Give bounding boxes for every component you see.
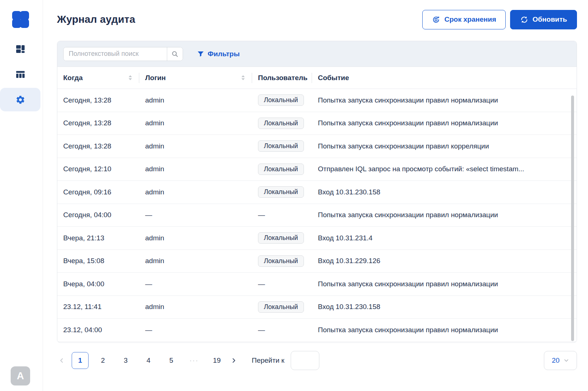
page-size-value: 20 (552, 356, 559, 365)
cell-event: Вход 10.31.230.158 (312, 188, 577, 196)
previous-page-button[interactable] (57, 352, 67, 369)
cell-login: — (139, 280, 252, 288)
cell-event: Вход 10.31.229.126 (312, 257, 577, 265)
user-type-badge: Локальный (258, 186, 304, 198)
audit-table-card: Фильтры Когда Логин (57, 41, 577, 343)
sidebar-nav (0, 37, 43, 111)
table-row[interactable]: 23.12, 11:41 admin Локальный Вход 10.31.… (57, 296, 577, 319)
sidebar: A (0, 0, 43, 391)
search-icon (171, 50, 179, 58)
table-row[interactable]: Сегодня, 12:10 admin Локальный Отправлен… (57, 158, 577, 181)
goto-page-label: Перейти к (252, 356, 284, 365)
vertical-scrollbar[interactable] (571, 96, 574, 341)
cell-when: Сегодня, 04:00 (57, 211, 139, 219)
column-header-login[interactable]: Логин (139, 67, 252, 89)
search-button[interactable] (167, 47, 183, 61)
cell-user: Локальный (252, 118, 312, 129)
cell-login: admin (139, 188, 252, 196)
page-size-select[interactable]: 20 (544, 351, 577, 370)
sort-icon[interactable] (240, 74, 246, 81)
column-label: Пользователь (258, 74, 308, 82)
page-buttons: 12345···19 (72, 352, 225, 369)
cell-when: Вчера, 04:00 (57, 280, 139, 288)
cell-login: admin (139, 303, 252, 311)
topbar: Журнал аудита Срок хранения (57, 10, 577, 29)
page-button-1[interactable]: 1 (72, 352, 89, 369)
cell-login: admin (139, 234, 252, 242)
search-group (63, 47, 183, 61)
page-button-3[interactable]: 3 (117, 352, 134, 369)
user-type-badge: Локальный (258, 255, 304, 267)
cell-user: Локальный (252, 140, 312, 152)
gear-icon (15, 95, 25, 105)
page-button-4[interactable]: 4 (140, 352, 157, 369)
next-page-button[interactable] (229, 352, 239, 369)
main-content: Журнал аудита Срок хранения (43, 0, 588, 391)
app-logo[interactable] (12, 11, 29, 28)
cell-user: Локальный (252, 232, 312, 244)
cell-login: admin (139, 96, 252, 104)
filter-icon (197, 50, 204, 58)
column-header-event: Событие (312, 67, 577, 89)
page-button-19[interactable]: 19 (208, 352, 225, 369)
table-row[interactable]: Вчера, 15:08 admin Локальный Вход 10.31.… (57, 250, 577, 273)
refresh-button[interactable]: Обновить (510, 10, 577, 29)
retention-icon (432, 15, 440, 24)
cell-event: Попытка запуска синхронизации правил нор… (312, 119, 577, 127)
cell-event: Вход 10.31.230.158 (312, 303, 577, 311)
cell-when: Сегодня, 13:28 (57, 142, 139, 150)
cell-when: Вчера, 21:13 (57, 234, 139, 242)
sidebar-item-tables[interactable] (0, 62, 40, 86)
dashboard-icon (16, 44, 25, 54)
retention-button[interactable]: Срок хранения (422, 10, 506, 29)
cell-when: Сегодня, 13:28 (57, 119, 139, 127)
cell-user: Локальный (252, 94, 312, 106)
table-row[interactable]: Сегодня, 13:28 admin Локальный Попытка з… (57, 89, 577, 112)
column-label: Событие (318, 74, 349, 82)
cell-user: Локальный (252, 186, 312, 198)
page-title: Журнал аудита (57, 14, 135, 25)
avatar[interactable]: A (11, 366, 30, 385)
audit-log-page: A Журнал аудита Срок хранения (0, 0, 588, 391)
sort-icon[interactable] (127, 74, 133, 81)
chevron-down-icon (563, 358, 569, 363)
refresh-button-label: Обновить (533, 15, 567, 24)
header-actions: Срок хранения Обновить (422, 10, 577, 29)
cell-login: admin (139, 257, 252, 265)
cell-when: Вчера, 15:08 (57, 257, 139, 265)
table-toolbar: Фильтры (57, 41, 577, 67)
user-type-badge: Локальный (258, 94, 304, 106)
table-row[interactable]: 23.12, 04:00 — — Попытка запуска синхрон… (57, 319, 577, 342)
table-row[interactable]: Сегодня, 09:16 admin Локальный Вход 10.3… (57, 181, 577, 204)
user-type-badge: Локальный (258, 140, 304, 152)
cell-when: 23.12, 11:41 (57, 303, 139, 311)
cell-event: Попытка запуска синхронизации правил нор… (312, 280, 577, 288)
cell-event: Вход 10.31.231.4 (312, 234, 577, 242)
cell-user: Локальный (252, 255, 312, 267)
page-button-2[interactable]: 2 (94, 352, 111, 369)
refresh-icon (520, 15, 528, 24)
cell-event: Попытка запуска синхронизации правил кор… (312, 142, 577, 150)
table-header: Когда Логин Пользователь (57, 67, 577, 89)
pagination: 12345···19 Перейти к 20 (57, 351, 577, 370)
cell-when: 23.12, 04:00 (57, 326, 139, 334)
filters-button[interactable]: Фильтры (197, 50, 240, 58)
table-row[interactable]: Сегодня, 13:28 admin Локальный Попытка з… (57, 112, 577, 135)
table-row[interactable]: Вчера, 04:00 — — Попытка запуска синхрон… (57, 273, 577, 296)
sidebar-item-settings[interactable] (0, 88, 40, 111)
search-input[interactable] (64, 47, 167, 61)
table-row[interactable]: Вчера, 21:13 admin Локальный Вход 10.31.… (57, 227, 577, 250)
column-label: Когда (63, 74, 83, 82)
cell-login: admin (139, 165, 252, 173)
cell-user: Локальный (252, 164, 312, 175)
pagination-ellipsis: ··· (186, 352, 202, 369)
user-type-badge: Локальный (258, 118, 304, 129)
table-row[interactable]: Сегодня, 04:00 — — Попытка запуска синхр… (57, 204, 577, 227)
page-button-5[interactable]: 5 (163, 352, 180, 369)
user-type-badge: Локальный (258, 164, 304, 175)
column-header-when[interactable]: Когда (57, 67, 139, 89)
table-row[interactable]: Сегодня, 13:28 admin Локальный Попытка з… (57, 135, 577, 158)
cell-user: Локальный (252, 301, 312, 313)
sidebar-item-dashboard[interactable] (0, 37, 40, 61)
goto-page-input[interactable] (291, 351, 319, 370)
